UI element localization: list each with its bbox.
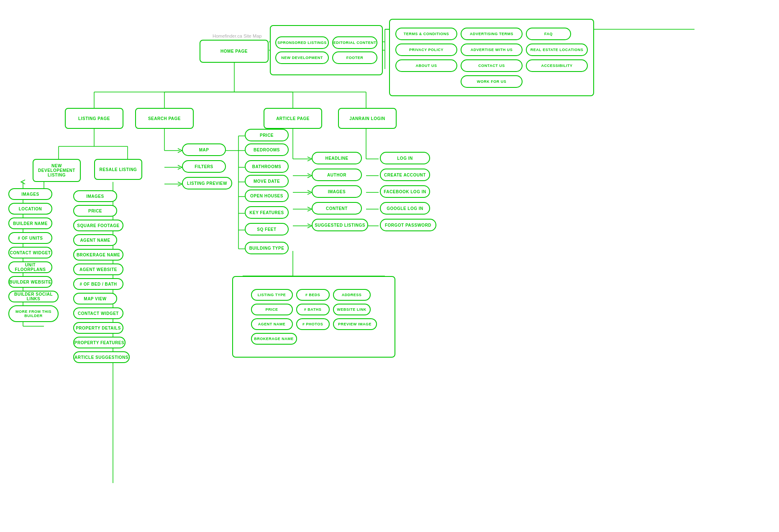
open-houses-node: OPEN HOUSES bbox=[245, 189, 289, 202]
price-resale-node: PRICE bbox=[73, 205, 117, 217]
terms-node: TERMS & CONDITIONS bbox=[395, 28, 457, 40]
images-resale-node: IMAGES bbox=[73, 190, 117, 202]
agent-name-listing-node: AGENT NAME bbox=[251, 318, 293, 330]
builder-social-links-node: BUILDER SOCIAL LINKS bbox=[8, 291, 59, 302]
google-log-in-node: GOOGLE LOG IN bbox=[380, 202, 430, 215]
site-label: Homefinder.ca Site Map bbox=[213, 33, 261, 38]
diagram: Homefinder.ca Site Map HOME PAGE SPRONSO… bbox=[0, 0, 779, 532]
contact-widget-resale-node: CONTACT WIDGET bbox=[73, 307, 123, 319]
sq-feet-node: SQ FEET bbox=[245, 223, 289, 235]
real-estate-locations-node: REAL ESTATE LOCATIONS bbox=[526, 43, 588, 56]
accessibility-node: ACCESSIBILITY bbox=[526, 59, 588, 72]
editorial-content-node: EDITORIAL CONTENT bbox=[332, 36, 377, 49]
article-page-node: ARTICLE PAGE bbox=[264, 108, 322, 129]
privacy-policy-node: PRIVACY POLICY bbox=[395, 43, 457, 56]
unit-floorplans-node: UNIT FLOORPLANS bbox=[8, 261, 52, 273]
price-listing-node: PRICE bbox=[251, 304, 293, 315]
janrain-login-node: JANRAIN LOGIN bbox=[338, 108, 397, 129]
about-us-node: ABOUT US bbox=[395, 59, 457, 72]
listing-page-node: LISTING PAGE bbox=[65, 108, 123, 129]
suggested-listings-detail-box: LISTING TYPE # BEDS ADDRESS PRICE # BATH… bbox=[232, 276, 395, 358]
map-view-node: MAP VIEW bbox=[73, 293, 117, 304]
new-dev-listing-node: NEW DEVELOPEMENT LISTING bbox=[33, 159, 81, 182]
headline-node: HEADLINE bbox=[312, 152, 362, 164]
brokerage-name-listing-node: BROKERAGE NAME bbox=[251, 333, 297, 345]
images-new-node: IMAGES bbox=[8, 188, 52, 200]
content-node: CONTENT bbox=[312, 202, 362, 215]
suggested-listings-node: SUGGESTED LISTINGS bbox=[312, 219, 368, 231]
terms-cluster-box: TERMS & CONDITIONS ADVERTISING TERMS FAQ… bbox=[389, 19, 594, 96]
address-node: ADDRESS bbox=[333, 289, 371, 301]
resale-listing-node: RESALE LISTING bbox=[94, 159, 142, 180]
forgot-password-node: FORGOT PASSWORD bbox=[380, 219, 436, 231]
advertising-terms-node: ADVERTISING TERMS bbox=[461, 28, 523, 40]
builder-website-node: BUILDER WEBSITE bbox=[8, 276, 52, 288]
create-account-node: CREATE ACCOUNT bbox=[380, 169, 430, 181]
builder-name-node: BUILDER NAME bbox=[8, 217, 52, 229]
listing-preview-node: LISTING PREVIEW bbox=[182, 177, 232, 189]
building-type-node: BUILDING TYPE bbox=[245, 242, 289, 254]
location-node: LOCATION bbox=[8, 203, 52, 215]
num-photos-node: # PHOTOS bbox=[296, 318, 330, 330]
filters-node: FILTERS bbox=[182, 160, 226, 173]
num-beds-node: # BEDS bbox=[296, 289, 330, 301]
log-in-node: LOG IN bbox=[380, 152, 430, 164]
num-bed-bath-node: # OF BED / BATH bbox=[73, 278, 123, 290]
article-suggestions-node: ARTICLE SUGGESTIONS bbox=[73, 351, 130, 363]
brokerage-name-node: BROKERAGE NAME bbox=[73, 249, 123, 261]
agent-website-node: AGENT WEBSITE bbox=[73, 263, 123, 275]
preview-image-node: PREVIEW IMAGE bbox=[333, 318, 377, 330]
price-search-node: PRICE bbox=[245, 129, 289, 141]
num-units-node: # OF UNITS bbox=[8, 232, 52, 244]
homepage-sections-box: SPRONSORED LISTINGS EDITORIAL CONTENT NE… bbox=[270, 25, 383, 75]
contact-us-footer-node: CONTACT US bbox=[461, 59, 523, 72]
contact-widget-node: CONTACT WIDGET bbox=[8, 247, 52, 258]
images-article-node: IMAGES bbox=[312, 185, 362, 198]
work-for-us-node: WORK FOR US bbox=[461, 75, 523, 88]
agent-name-resale-node: AGENT NAME bbox=[73, 234, 117, 246]
num-baths-node: # BATHS bbox=[296, 304, 330, 315]
listing-type-node: LISTING TYPE bbox=[251, 289, 293, 301]
faq-node: FAQ bbox=[526, 28, 571, 40]
facebook-log-in-node: FACEBOOK LOG IN bbox=[380, 185, 430, 198]
footer-node: FOOTER bbox=[332, 51, 377, 64]
sponsored-listings-node: SPRONSORED LISTINGS bbox=[275, 36, 329, 49]
search-page-node: SEARCH PAGE bbox=[135, 108, 194, 129]
square-footage-node: SQUARE FOOTAGE bbox=[73, 220, 123, 231]
more-from-builder-node: MORE FROM THIS BUILDER bbox=[8, 305, 59, 322]
home-page-node: HOME PAGE bbox=[200, 40, 269, 63]
advertise-with-us-node: ADVERTISE WITH US bbox=[461, 43, 523, 56]
property-details-node: PROPERTY DETAILS bbox=[73, 322, 123, 334]
key-features-node: KEY FEATURES bbox=[245, 206, 289, 219]
website-link-node: WEBSITE LINK bbox=[333, 304, 371, 315]
new-development-node: NEW DEVELOPMENT bbox=[275, 51, 329, 64]
bedrooms-node: BEDROOMS bbox=[245, 143, 289, 156]
author-node: AUTHOR bbox=[312, 169, 362, 181]
bathrooms-node: BATHROOMS bbox=[245, 160, 289, 173]
property-features-node: PROPERTY FEATURES bbox=[73, 337, 126, 348]
move-date-node: MOVE DATE bbox=[245, 175, 289, 187]
map-node: MAP bbox=[182, 143, 226, 156]
